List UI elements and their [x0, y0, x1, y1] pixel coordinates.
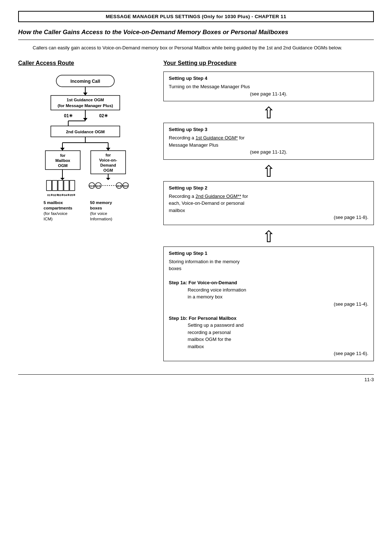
svg-rect-37 — [64, 180, 69, 191]
step2-content: Recording a 2nd Guidance OGM** for each,… — [169, 193, 368, 221]
step3-line3: Message Manager Plus — [169, 142, 219, 148]
svg-text:Voice-on-: Voice-on- — [99, 158, 117, 162]
step4-content: Turning on the Message Manager Plus (see… — [169, 83, 368, 97]
svg-text:5 mailbox: 5 mailbox — [44, 200, 63, 205]
svg-text:1st Guidance OGM: 1st Guidance OGM — [67, 98, 104, 102]
step4-title: Setting up Step 4 — [169, 76, 368, 81]
main-title: How the Caller Gains Access to the Voice… — [18, 28, 374, 37]
svg-text:Incoming Call: Incoming Call — [70, 79, 100, 84]
svg-marker-8 — [83, 118, 87, 121]
svg-text:49✳: 49✳ — [117, 185, 122, 187]
svg-text:01✳: 01✳ — [47, 194, 53, 197]
step1b-line4: mailbox — [169, 344, 204, 349]
svg-marker-20 — [106, 148, 110, 151]
svg-text:01✳: 01✳ — [89, 185, 94, 187]
svg-text:(for voice: (for voice — [90, 211, 107, 216]
svg-text:Information): Information) — [90, 217, 113, 221]
right-column: Your Setting up Procedure Setting up Ste… — [163, 60, 374, 363]
step1b-label: Step 1b: — [169, 315, 187, 321]
step3-content: Recording a 1st Guidance OGM* for Messag… — [169, 134, 368, 156]
svg-rect-36 — [58, 180, 63, 191]
header-text: MESSAGE MANAGER PLUS SETTINGS (Only for … — [106, 14, 286, 19]
up-arrow-1: ⇧ — [163, 103, 374, 122]
step2-line1: Recording a — [169, 194, 196, 199]
svg-marker-31 — [60, 178, 65, 180]
step1-content: Storing information in the memory boxes … — [169, 258, 368, 357]
svg-text:OGM: OGM — [58, 163, 68, 168]
step1b-bold: For Personal Mailbox — [189, 315, 236, 321]
step3-underline: 1st Guidance OGM* — [196, 135, 238, 140]
svg-text:02✳: 02✳ — [99, 113, 107, 118]
step2-line3: each, Voice-on-Demand or personal — [169, 200, 244, 206]
step1b-line3: mailbox OGM for the — [169, 337, 231, 342]
step3-line1: Recording a — [169, 135, 196, 140]
svg-text:Mailbox: Mailbox — [56, 158, 71, 163]
step1b-see: (see page 11-6). — [169, 350, 368, 357]
svg-text:03✳: 03✳ — [58, 194, 64, 197]
svg-text:01✳: 01✳ — [64, 113, 72, 118]
svg-text:Demand: Demand — [100, 163, 116, 167]
step3-see: (see page 11-12). — [169, 148, 368, 156]
svg-text:02✳: 02✳ — [96, 185, 101, 187]
svg-text:05✳: 05✳ — [70, 194, 75, 197]
intro-text: Callers can easily gain access to Voice-… — [33, 44, 374, 52]
right-section-title: Your Setting up Procedure — [163, 60, 374, 66]
step1-box: Setting up Step 1 Storing information in… — [163, 247, 374, 361]
left-section-title: Caller Access Route — [18, 60, 152, 66]
svg-marker-33 — [106, 178, 110, 180]
step1a-line2: in a memory box — [169, 294, 222, 300]
step1a-bold: For Voice-on-Demand — [188, 280, 237, 285]
step2-underline: 2nd Guidance OGM** — [196, 194, 241, 199]
step4-box: Setting up Step 4 Turning on the Message… — [163, 72, 374, 101]
step1a-label: Step 1a: — [169, 280, 187, 285]
step3-box: Setting up Step 3 Recording a 1st Guidan… — [163, 123, 374, 160]
svg-text:for: for — [106, 153, 111, 157]
step1a-see: (see page 11-4). — [169, 301, 368, 308]
svg-text:(for Message Manager Plus): (for Message Manager Plus) — [58, 103, 113, 108]
page-footer: 11-3 — [18, 374, 374, 382]
left-column: Caller Access Route Incoming Call 1st Gu… — [18, 60, 152, 275]
step2-box: Setting up Step 2 Recording a 2nd Guidan… — [163, 181, 374, 225]
step4-line1: Turning on the Message Manager Plus — [169, 84, 250, 89]
svg-text:OGM: OGM — [103, 168, 113, 172]
flowchart: Incoming Call 1st Guidance OGM (for Mess… — [22, 72, 149, 275]
up-arrow-3: ⇧ — [163, 227, 374, 246]
step4-see: (see page 11-14). — [169, 90, 368, 98]
step2-title: Setting up Step 2 — [169, 185, 368, 191]
svg-text:50✳: 50✳ — [123, 185, 128, 187]
step2-line4: mailbox — [169, 208, 185, 213]
svg-text:for: for — [60, 153, 66, 158]
svg-text:50 memory: 50 memory — [90, 200, 112, 205]
step1b-line1: Setting up a password and — [169, 322, 244, 328]
svg-text:compartments: compartments — [44, 206, 72, 210]
svg-text:04✳: 04✳ — [64, 194, 70, 197]
svg-text:boxes: boxes — [90, 206, 102, 210]
svg-text:ICM): ICM) — [44, 217, 53, 221]
step1-line2: boxes — [169, 266, 181, 271]
svg-rect-35 — [52, 180, 57, 191]
svg-rect-34 — [46, 180, 52, 191]
step1a-line1: Recording voice information — [169, 287, 246, 293]
step2-see: (see page 11-8). — [169, 214, 368, 221]
step1-title: Setting up Step 1 — [169, 250, 368, 256]
page-number: 11-3 — [364, 377, 374, 382]
svg-marker-18 — [60, 148, 65, 151]
header-box: MESSAGE MANAGER PLUS SETTINGS (Only for … — [18, 11, 374, 22]
step1b-line2: recording a personal — [169, 330, 231, 335]
step3-title: Setting up Step 3 — [169, 127, 368, 132]
step1-line1: Storing information in the memory — [169, 259, 240, 264]
svg-text:(for fax/voice: (for fax/voice — [44, 211, 68, 216]
svg-marker-3 — [83, 93, 87, 95]
svg-rect-38 — [70, 180, 75, 191]
up-arrow-2: ⇧ — [163, 162, 374, 180]
svg-text:2nd Guidance OGM: 2nd Guidance OGM — [66, 130, 105, 134]
